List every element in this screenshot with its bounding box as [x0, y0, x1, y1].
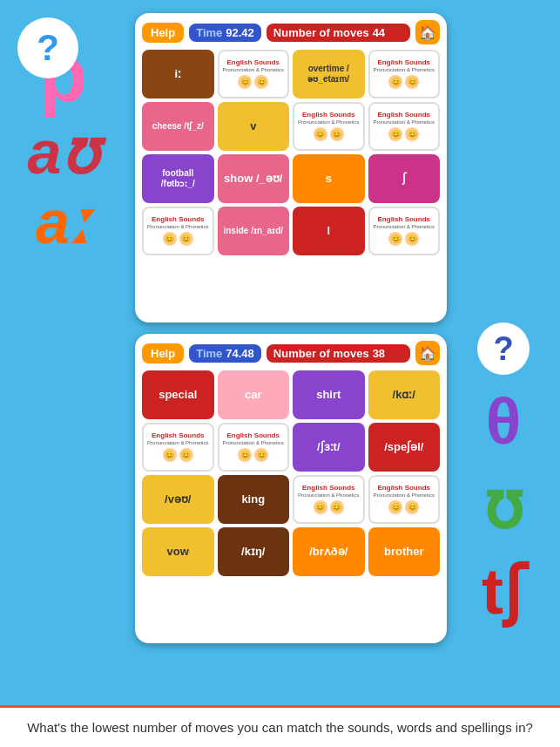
right-decoration: ? θ ʊ tʃ: [447, 323, 560, 629]
game-cell[interactable]: king: [218, 475, 290, 524]
game-cell[interactable]: overtime /əʊ_etaɪm/: [293, 50, 365, 98]
english-sounds-card[interactable]: English Sounds Pronunciation & Phonetics…: [368, 207, 441, 255]
game-cell[interactable]: l: [293, 207, 365, 255]
english-sounds-card[interactable]: English Sounds Pronunciation & Phonetics…: [218, 423, 290, 472]
game-cell[interactable]: /speʃəl/: [368, 423, 441, 472]
time-display-top: Time 92.42: [189, 24, 261, 42]
time-value-top: 92.42: [226, 26, 254, 39]
moves-display-top: Number of moves 44: [267, 24, 410, 42]
time-value-bottom: 74.48: [226, 347, 254, 360]
english-sounds-card[interactable]: English Sounds Pronunciation & Phonetics…: [142, 423, 214, 472]
game-cell[interactable]: v: [218, 102, 290, 151]
english-sounds-card[interactable]: English Sounds Pronunciation & Phonetics…: [293, 102, 365, 151]
game-cell[interactable]: /vəʊ/: [142, 475, 214, 524]
bottom-question-text: What's the lowest number of moves you ca…: [17, 718, 543, 737]
moves-value-top: 44: [373, 26, 385, 39]
deco-a-colon-letter: aː: [36, 192, 91, 253]
game-cell[interactable]: s: [293, 154, 365, 203]
game-cell[interactable]: /kɪŋ/: [218, 527, 290, 576]
game-cell[interactable]: /kɑː/: [368, 370, 441, 419]
game-cell[interactable]: iː: [142, 50, 214, 98]
game-cell[interactable]: inside /ɪn_aɪd/: [218, 207, 290, 255]
game-cell[interactable]: /ʃɜːt/: [293, 423, 365, 472]
bottom-question-bar: What's the lowest number of moves you ca…: [0, 705, 560, 747]
game-grid-bottom: specialcarshirt/kɑː/ English Sounds Pron…: [142, 370, 440, 576]
moves-label-bottom: Number of moves: [273, 347, 369, 360]
home-button-bottom[interactable]: 🏠: [415, 341, 440, 365]
game-cell[interactable]: brother: [368, 527, 441, 576]
moves-display-bottom: Number of moves 38: [267, 344, 410, 363]
question-mark-left: ?: [37, 27, 59, 69]
english-sounds-card[interactable]: English Sounds Pronunciation & Phonetics…: [368, 50, 441, 98]
game-cell[interactable]: vow: [142, 527, 214, 576]
english-sounds-card[interactable]: English Sounds Pronunciation & Phonetics…: [368, 475, 441, 524]
moves-value-bottom: 38: [373, 347, 385, 360]
deco-tf-letter: tʃ: [482, 553, 525, 629]
question-mark-right: ?: [493, 330, 513, 368]
game-cell[interactable]: ʃ: [368, 154, 441, 203]
deco-au-letter: aʊ: [28, 122, 99, 183]
deco-upsilon-letter: ʊ: [483, 467, 523, 544]
game-cell[interactable]: show /_əʊ/: [218, 154, 290, 203]
home-button-top[interactable]: 🏠: [415, 20, 440, 44]
help-button-top[interactable]: Help: [142, 23, 184, 43]
game-cell[interactable]: /brʌðə/: [293, 527, 365, 576]
english-sounds-card[interactable]: English Sounds Pronunciation & Phonetics…: [218, 50, 290, 98]
game-grid-top: iː English Sounds Pronunciation & Phonet…: [142, 50, 440, 255]
game-cell[interactable]: car: [218, 370, 290, 419]
question-bubble-right: ?: [477, 323, 530, 375]
header-bar-top: Help Time 92.42 Number of moves 44 🏠: [142, 20, 440, 44]
time-display-bottom: Time 74.48: [189, 344, 261, 363]
game-cell[interactable]: special: [142, 370, 214, 419]
english-sounds-card[interactable]: English Sounds Pronunciation & Phonetics…: [368, 102, 441, 151]
header-bar-bottom: Help Time 74.48 Number of moves 38 🏠: [142, 341, 440, 365]
game-panel-top: Help Time 92.42 Number of moves 44 🏠 iː …: [135, 13, 447, 323]
deco-theta-letter: θ: [486, 384, 522, 458]
game-cell[interactable]: shirt: [293, 370, 365, 419]
game-panel-bottom: Help Time 74.48 Number of moves 38 🏠 spe…: [135, 334, 447, 643]
game-cell[interactable]: cheese /tʃ_z/: [142, 102, 214, 151]
question-bubble-left: ?: [17, 17, 78, 78]
moves-label-top: Number of moves: [273, 26, 369, 39]
left-decoration: ? p aʊ aː: [0, 0, 126, 662]
english-sounds-card[interactable]: English Sounds Pronunciation & Phonetics…: [293, 475, 365, 524]
english-sounds-card[interactable]: English Sounds Pronunciation & Phonetics…: [142, 207, 214, 255]
help-button-bottom[interactable]: Help: [142, 343, 184, 363]
game-cell[interactable]: football /fʊtbɔː_/: [142, 154, 214, 203]
